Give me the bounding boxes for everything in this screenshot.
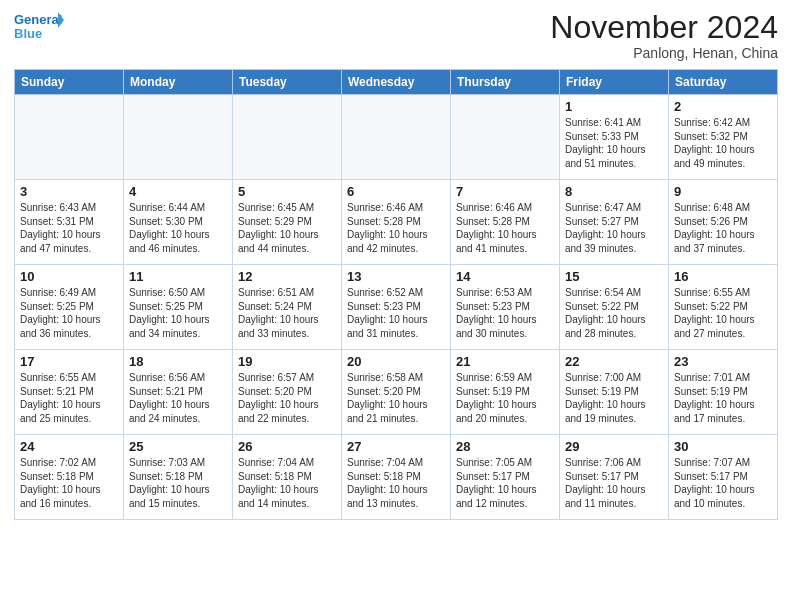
day-number: 9: [674, 184, 772, 199]
calendar-cell: 21Sunrise: 6:59 AMSunset: 5:19 PMDayligh…: [451, 350, 560, 435]
calendar-cell: 25Sunrise: 7:03 AMSunset: 5:18 PMDayligh…: [124, 435, 233, 520]
day-number: 11: [129, 269, 227, 284]
day-info: Sunrise: 6:59 AMSunset: 5:19 PMDaylight:…: [456, 371, 554, 425]
day-number: 14: [456, 269, 554, 284]
header: General Blue November 2024 Panlong, Hena…: [14, 10, 778, 61]
calendar-cell: 20Sunrise: 6:58 AMSunset: 5:20 PMDayligh…: [342, 350, 451, 435]
week-row-4: 17Sunrise: 6:55 AMSunset: 5:21 PMDayligh…: [15, 350, 778, 435]
day-info: Sunrise: 7:04 AMSunset: 5:18 PMDaylight:…: [347, 456, 445, 510]
day-info: Sunrise: 6:45 AMSunset: 5:29 PMDaylight:…: [238, 201, 336, 255]
day-info: Sunrise: 6:58 AMSunset: 5:20 PMDaylight:…: [347, 371, 445, 425]
day-info: Sunrise: 7:04 AMSunset: 5:18 PMDaylight:…: [238, 456, 336, 510]
day-info: Sunrise: 6:41 AMSunset: 5:33 PMDaylight:…: [565, 116, 663, 170]
calendar-cell: 7Sunrise: 6:46 AMSunset: 5:28 PMDaylight…: [451, 180, 560, 265]
calendar-cell: 3Sunrise: 6:43 AMSunset: 5:31 PMDaylight…: [15, 180, 124, 265]
calendar-cell: [233, 95, 342, 180]
logo: General Blue: [14, 10, 64, 46]
calendar-cell: 4Sunrise: 6:44 AMSunset: 5:30 PMDaylight…: [124, 180, 233, 265]
day-number: 1: [565, 99, 663, 114]
calendar-cell: 27Sunrise: 7:04 AMSunset: 5:18 PMDayligh…: [342, 435, 451, 520]
calendar-cell: 13Sunrise: 6:52 AMSunset: 5:23 PMDayligh…: [342, 265, 451, 350]
calendar-cell: 19Sunrise: 6:57 AMSunset: 5:20 PMDayligh…: [233, 350, 342, 435]
day-number: 16: [674, 269, 772, 284]
day-number: 30: [674, 439, 772, 454]
calendar-header-row: SundayMondayTuesdayWednesdayThursdayFrid…: [15, 70, 778, 95]
day-number: 24: [20, 439, 118, 454]
week-row-5: 24Sunrise: 7:02 AMSunset: 5:18 PMDayligh…: [15, 435, 778, 520]
day-info: Sunrise: 7:01 AMSunset: 5:19 PMDaylight:…: [674, 371, 772, 425]
calendar-cell: 24Sunrise: 7:02 AMSunset: 5:18 PMDayligh…: [15, 435, 124, 520]
day-info: Sunrise: 7:05 AMSunset: 5:17 PMDaylight:…: [456, 456, 554, 510]
calendar-cell: 28Sunrise: 7:05 AMSunset: 5:17 PMDayligh…: [451, 435, 560, 520]
day-info: Sunrise: 6:56 AMSunset: 5:21 PMDaylight:…: [129, 371, 227, 425]
day-info: Sunrise: 6:57 AMSunset: 5:20 PMDaylight:…: [238, 371, 336, 425]
day-number: 4: [129, 184, 227, 199]
day-info: Sunrise: 6:48 AMSunset: 5:26 PMDaylight:…: [674, 201, 772, 255]
calendar-header-sunday: Sunday: [15, 70, 124, 95]
calendar-cell: 16Sunrise: 6:55 AMSunset: 5:22 PMDayligh…: [669, 265, 778, 350]
calendar-cell: [15, 95, 124, 180]
day-info: Sunrise: 7:00 AMSunset: 5:19 PMDaylight:…: [565, 371, 663, 425]
day-number: 23: [674, 354, 772, 369]
location: Panlong, Henan, China: [550, 45, 778, 61]
day-number: 25: [129, 439, 227, 454]
calendar-cell: 10Sunrise: 6:49 AMSunset: 5:25 PMDayligh…: [15, 265, 124, 350]
day-info: Sunrise: 6:51 AMSunset: 5:24 PMDaylight:…: [238, 286, 336, 340]
calendar-cell: 15Sunrise: 6:54 AMSunset: 5:22 PMDayligh…: [560, 265, 669, 350]
calendar-cell: 5Sunrise: 6:45 AMSunset: 5:29 PMDaylight…: [233, 180, 342, 265]
month-title: November 2024: [550, 10, 778, 45]
calendar-header-saturday: Saturday: [669, 70, 778, 95]
day-number: 21: [456, 354, 554, 369]
day-info: Sunrise: 6:50 AMSunset: 5:25 PMDaylight:…: [129, 286, 227, 340]
calendar-cell: 8Sunrise: 6:47 AMSunset: 5:27 PMDaylight…: [560, 180, 669, 265]
calendar-header-friday: Friday: [560, 70, 669, 95]
day-info: Sunrise: 6:55 AMSunset: 5:22 PMDaylight:…: [674, 286, 772, 340]
calendar-cell: 12Sunrise: 6:51 AMSunset: 5:24 PMDayligh…: [233, 265, 342, 350]
week-row-3: 10Sunrise: 6:49 AMSunset: 5:25 PMDayligh…: [15, 265, 778, 350]
calendar-cell: 29Sunrise: 7:06 AMSunset: 5:17 PMDayligh…: [560, 435, 669, 520]
day-number: 18: [129, 354, 227, 369]
day-info: Sunrise: 6:43 AMSunset: 5:31 PMDaylight:…: [20, 201, 118, 255]
day-number: 28: [456, 439, 554, 454]
calendar-cell: 26Sunrise: 7:04 AMSunset: 5:18 PMDayligh…: [233, 435, 342, 520]
week-row-1: 1Sunrise: 6:41 AMSunset: 5:33 PMDaylight…: [15, 95, 778, 180]
day-info: Sunrise: 6:53 AMSunset: 5:23 PMDaylight:…: [456, 286, 554, 340]
calendar-cell: 14Sunrise: 6:53 AMSunset: 5:23 PMDayligh…: [451, 265, 560, 350]
calendar-cell: [342, 95, 451, 180]
calendar-cell: 30Sunrise: 7:07 AMSunset: 5:17 PMDayligh…: [669, 435, 778, 520]
svg-text:Blue: Blue: [14, 26, 42, 41]
logo-svg: General Blue: [14, 10, 64, 46]
calendar-header-tuesday: Tuesday: [233, 70, 342, 95]
day-info: Sunrise: 6:49 AMSunset: 5:25 PMDaylight:…: [20, 286, 118, 340]
day-number: 12: [238, 269, 336, 284]
day-number: 3: [20, 184, 118, 199]
day-number: 15: [565, 269, 663, 284]
calendar-header-wednesday: Wednesday: [342, 70, 451, 95]
calendar-cell: [124, 95, 233, 180]
day-info: Sunrise: 6:47 AMSunset: 5:27 PMDaylight:…: [565, 201, 663, 255]
calendar-cell: 17Sunrise: 6:55 AMSunset: 5:21 PMDayligh…: [15, 350, 124, 435]
calendar-cell: 2Sunrise: 6:42 AMSunset: 5:32 PMDaylight…: [669, 95, 778, 180]
day-info: Sunrise: 7:03 AMSunset: 5:18 PMDaylight:…: [129, 456, 227, 510]
week-row-2: 3Sunrise: 6:43 AMSunset: 5:31 PMDaylight…: [15, 180, 778, 265]
calendar-cell: 11Sunrise: 6:50 AMSunset: 5:25 PMDayligh…: [124, 265, 233, 350]
svg-text:General: General: [14, 12, 62, 27]
day-number: 13: [347, 269, 445, 284]
day-info: Sunrise: 6:46 AMSunset: 5:28 PMDaylight:…: [347, 201, 445, 255]
day-info: Sunrise: 6:42 AMSunset: 5:32 PMDaylight:…: [674, 116, 772, 170]
calendar-cell: 1Sunrise: 6:41 AMSunset: 5:33 PMDaylight…: [560, 95, 669, 180]
day-number: 8: [565, 184, 663, 199]
day-number: 27: [347, 439, 445, 454]
day-number: 19: [238, 354, 336, 369]
day-info: Sunrise: 6:55 AMSunset: 5:21 PMDaylight:…: [20, 371, 118, 425]
day-number: 22: [565, 354, 663, 369]
calendar-cell: 9Sunrise: 6:48 AMSunset: 5:26 PMDaylight…: [669, 180, 778, 265]
calendar: SundayMondayTuesdayWednesdayThursdayFrid…: [14, 69, 778, 520]
calendar-cell: 6Sunrise: 6:46 AMSunset: 5:28 PMDaylight…: [342, 180, 451, 265]
day-info: Sunrise: 7:06 AMSunset: 5:17 PMDaylight:…: [565, 456, 663, 510]
day-number: 5: [238, 184, 336, 199]
day-info: Sunrise: 6:54 AMSunset: 5:22 PMDaylight:…: [565, 286, 663, 340]
calendar-cell: 22Sunrise: 7:00 AMSunset: 5:19 PMDayligh…: [560, 350, 669, 435]
day-info: Sunrise: 6:46 AMSunset: 5:28 PMDaylight:…: [456, 201, 554, 255]
day-info: Sunrise: 6:52 AMSunset: 5:23 PMDaylight:…: [347, 286, 445, 340]
